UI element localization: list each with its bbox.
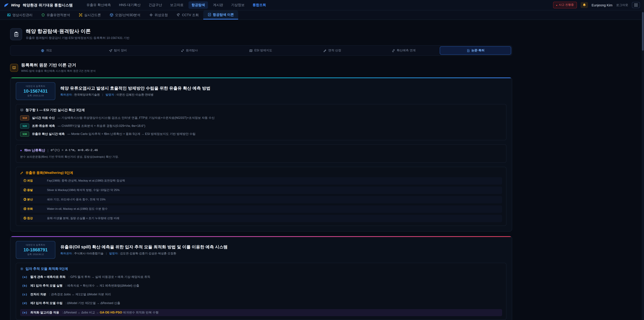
patent-meta: 특허권자 : 주식회사 아라종합기술 | 발명자 : 김도연·김용혁·김종기·김…: [60, 251, 228, 255]
pill-tab-overview[interactable]: 개요: [11, 46, 82, 55]
tab-label: 위성요청: [154, 13, 168, 17]
scrollbar-thumb[interactable]: [642, 12, 644, 51]
patent-reg-date: 등록: 2015.11.03: [18, 94, 53, 97]
patent-section-header: 등록특허 원문 기반 이론 근거 WING 탑재 유출유 확산예측 시스템의 특…: [10, 62, 512, 73]
claims-title-row: 청구항 1 — ESI 기반 실시간 확산 3단계: [20, 108, 502, 112]
menu-icon: [634, 3, 638, 7]
app-title: 해양환경 위기대응 통합시스템: [23, 3, 73, 8]
book-icon-box: [10, 64, 18, 72]
step-code: (b): [22, 284, 27, 287]
tab-satellite-request[interactable]: 위성요청: [145, 11, 172, 20]
claim-step-name: 실시간 자료 수신: [32, 116, 55, 120]
patent-country-label: 대한민국 등록특허: [18, 85, 53, 88]
section-subtitle: WING 탑재 유출유 확산예측 시스템의 특허 원문 2건 전체 분석: [21, 69, 96, 73]
fbm-description: 분수 브라운운동(fBm) 기반 무작위 확산거리 생성, 등방성(isotro…: [20, 155, 502, 159]
pencil-icon: [20, 171, 24, 175]
small-book-icon: [20, 108, 24, 112]
patent-title: 유출유(Oil spill) 확산 예측을 위한 입자 추적 모듈 최적화 방법…: [60, 244, 228, 250]
main-navigation: 유출유 확산예측 HNS·대기확산 긴급구난 보고자료 항공탐색 게시판 기상정…: [84, 1, 269, 9]
patent-2-title-group: 유출유(Oil spill) 확산 예측을 위한 입자 추적 모듈 최적화 방법…: [60, 244, 228, 255]
pill-tab-esi-map[interactable]: ESI 방제지도: [226, 46, 296, 55]
incident-dot-icon: ●: [556, 4, 557, 6]
patent-number-badge: 대한민국 등록특허 10-1868791 등록: 2018.06.12: [16, 241, 55, 259]
nav-item-hns-atmospheric[interactable]: HNS·대기확산: [116, 1, 144, 9]
inventor-label: 발명자: [109, 251, 118, 255]
fbm-name: fBm 난류확산: [24, 148, 45, 153]
incident-badge-label: 사고 진행중: [559, 3, 574, 7]
step-code: (c): [22, 293, 27, 296]
pill-label: 개요: [46, 48, 52, 53]
pill-tab-prediction-link[interactable]: 확산예측 연계: [368, 46, 439, 55]
weathering-stage-desc: 용해·미생물 분해, 질량 손실률 = 초기 누유량에 선형 비례: [47, 216, 120, 220]
step-desc: : 관측경로 Δobs ↔ 제1모델 ΔModel 차분 처리: [49, 292, 111, 297]
tab-cctv-view[interactable]: CCTV 조회: [172, 11, 203, 20]
tab-label: 유출유면적분석: [46, 13, 70, 17]
area-polygon-icon: [41, 13, 45, 17]
inventor-value: : 김도연·김용혁·김종기·김성은·박성훈·오정환: [118, 251, 176, 255]
pill-tab-area-calculation[interactable]: 면적 산정: [297, 46, 368, 55]
optimization-title: 입자 추적 모듈 최적화 5단계: [26, 266, 68, 271]
satellite-icon: [149, 13, 153, 17]
step-code: (a): [22, 275, 27, 279]
pill-label: 면적 산정: [328, 48, 341, 53]
page-title: 해양 항공탐색·원격탐사 이론: [26, 28, 130, 35]
step-code: (d): [22, 301, 27, 305]
step-name: 전처리 차분: [30, 292, 46, 297]
step-name: 제2 입자 추적 모델 수립: [30, 301, 62, 305]
pill-tab-remote-sensing[interactable]: 원격탐사: [154, 46, 225, 55]
optimization-title-row: 입자 추적 모듈 최적화 5단계: [20, 266, 502, 271]
nav-item-integrated-search[interactable]: 통합조회: [250, 1, 269, 9]
clipboard-icon: [13, 31, 19, 37]
incident-status-badge[interactable]: ● 사고 진행중: [553, 2, 577, 9]
weathering-stage-label: ① 퍼짐: [24, 179, 42, 183]
theory-section-tabs: 개요 탐지 장비 원격탐사 ESI 방제지도 면적 산정 확산예측 연계: [10, 45, 512, 56]
tab-aerial-search-theory[interactable]: 항공탐색 이론: [203, 11, 238, 20]
tab-pollution-ship-3d[interactable]: 오염/선박3D분석: [105, 11, 145, 20]
top-navigation-bar: Wing 해양환경 위기대응 통합시스템 유출유 확산예측 HNS·대기확산 긴…: [0, 0, 644, 11]
scrollbar[interactable]: [642, 0, 644, 320]
link-icon: [392, 49, 395, 52]
main-content: 해양 항공탐색·원격탐사 이론 유출유 원격탐지·항공감시 기법·ESI 방제정…: [10, 20, 512, 320]
weathering-row: ⑤ 침강 용해·미생물 분해, 질량 손실률 = 초기 누유량에 선형 비례: [20, 215, 502, 222]
pill-label: ESI 방제지도: [254, 48, 272, 53]
tab-image-photo-management[interactable]: 영상사진관리: [3, 11, 37, 20]
pill-label: 탐지 장비: [114, 48, 127, 53]
claim-step-row: S30 유출유 확산 실시간 예측 — Monte Carlo 입자추적 + f…: [20, 132, 502, 137]
logout-button[interactable]: 로그아웃: [616, 3, 628, 7]
nav-item-board[interactable]: 게시판: [210, 1, 226, 9]
tab-realtime-drone[interactable]: 실시간드론: [74, 11, 105, 20]
nav-item-oil-spill-prediction[interactable]: 유출유 확산예측: [84, 1, 114, 9]
user-name: Eunjeong Kim: [592, 3, 612, 7]
nav-item-reports[interactable]: 보고자료: [167, 1, 186, 9]
menu-button[interactable]: [632, 2, 640, 8]
patent-1-header: 대한민국 등록특허 10-1567431 등록: 2015.11.03 해양 유…: [16, 82, 506, 100]
algorithm-names-highlight: GA·DE·HS·PSO: [100, 311, 122, 314]
nav-item-aerial-search[interactable]: 항공탐색: [188, 1, 208, 9]
claim-step-desc: — 기상예측시스템·위성영상수신시스템·검조소 인터넷 연결, FTP로 기상자…: [58, 116, 215, 120]
notification-bell-button[interactable]: [580, 2, 588, 8]
tab-oil-area-analysis[interactable]: 유출유면적분석: [37, 11, 74, 20]
nav-item-emergency-rescue[interactable]: 긴급구난: [146, 1, 165, 9]
weathering-stage-label: ⑤ 침강: [24, 216, 42, 220]
section-title-group: 등록특허 원문 기반 이론 근거 WING 탑재 유출유 확산예측 시스템의 특…: [21, 62, 96, 73]
pill-tab-papers-patents[interactable]: 논문·특허: [440, 46, 511, 55]
patent-meta: 특허권자 : 한국해양과학기술원 | 발명자 : 이문진·김혜진·이승환·전태병: [60, 93, 210, 97]
cctv-camera-icon: [176, 13, 180, 17]
book-icon: [12, 66, 16, 70]
gear-icon: [20, 267, 24, 270]
patent-card-1: 대한민국 등록특허 10-1567431 등록: 2015.11.03 해양 유…: [10, 77, 512, 232]
optimization-step-row: (d) 제2 입자 추적 모델 수립 : ΔModel 기반 제2모델 → ΔR…: [20, 300, 502, 306]
step-desc: : ΔModel 기반 제2모델 → ΔRevised 산출: [66, 301, 120, 305]
pill-label: 확산예측 연계: [397, 48, 416, 53]
claim-step-name: 조류·취송류 예측: [32, 124, 55, 128]
weathering-stage-desc: 쇄파 기인, 파도에너지·풍속 함수, 전체 약 15%: [47, 198, 106, 202]
optimization-step-row: (a) 뜰개 관측 + 예측자료 취득 : GPS 뜰개 투하 → 실제 이동경…: [20, 274, 502, 280]
step-code-badge: S10: [20, 115, 29, 121]
meta-divider: |: [106, 251, 107, 255]
weathering-stage-desc: Water-in-oil, Mackay et al.(1980) 점도·수분 …: [47, 207, 108, 211]
weathering-stage-desc: Stiver & Mackay(1984) 해석적 방법, 수일~10일간 약 …: [47, 188, 120, 192]
nav-item-weather-info[interactable]: 기상정보: [228, 1, 248, 9]
step-name: 뜰개 관측 + 예측자료 취득: [30, 275, 66, 279]
inventor-label: 발명자: [106, 93, 114, 96]
pill-tab-detection-equipment[interactable]: 탐지 장비: [82, 46, 153, 55]
